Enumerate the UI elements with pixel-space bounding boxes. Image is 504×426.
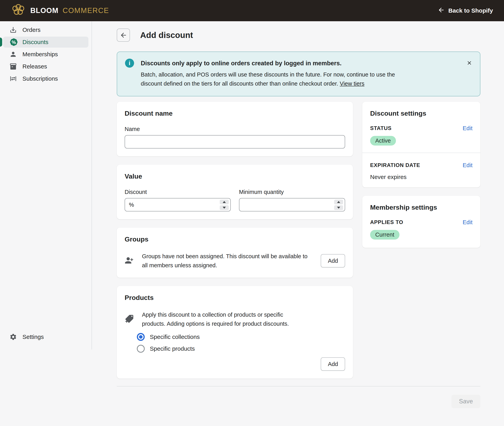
brand-name-light: COMMERCE <box>63 7 109 14</box>
expiration-edit-link[interactable]: Edit <box>463 162 473 169</box>
swap-arrows-icon <box>9 75 17 82</box>
applies-to-badge: Current <box>370 230 400 240</box>
sidebar-item-label: Releases <box>22 63 47 70</box>
discount-settings-title: Discount settings <box>370 110 473 117</box>
back-button[interactable] <box>117 28 130 42</box>
orders-tray-icon <box>9 26 17 34</box>
value-card: Value Discount Minimum quanti <box>117 165 353 219</box>
sidebar-item-subscriptions[interactable]: Subscriptions <box>3 73 88 84</box>
banner-title: Discounts only apply to online orders cr… <box>141 58 407 68</box>
sidebar-item-releases[interactable]: Releases <box>3 61 88 72</box>
sidebar-item-label: Settings <box>22 334 44 340</box>
products-description: Apply this discount to a collection of p… <box>142 310 298 328</box>
sidebar-item-settings[interactable]: Settings <box>3 331 88 342</box>
banner-body: Batch, allocation, and POS orders will u… <box>141 70 407 88</box>
sidebar-item-memberships[interactable]: Memberships <box>3 49 88 60</box>
back-to-shopify-label: Back to Shopify <box>448 7 493 14</box>
expiration-date-label: EXPIRATION DATE <box>370 162 420 168</box>
name-input[interactable] <box>125 135 345 149</box>
sidebar-item-discounts[interactable]: % Discounts <box>3 36 88 48</box>
radio-option-specific-collections[interactable]: Specific collections <box>137 333 345 341</box>
brand-name-bold: BLOOM <box>30 7 58 14</box>
active-accent-bar <box>0 38 2 47</box>
sidebar-nav: Orders % Discounts Memberships Releases <box>0 21 92 349</box>
top-bar: BLOOM COMMERCE Back to Shopify <box>0 0 504 21</box>
value-title: Value <box>125 172 345 180</box>
stepper-down-button[interactable] <box>220 205 229 210</box>
applies-to-label: APPLIES TO <box>370 219 403 225</box>
info-banner: i Discounts only apply to online orders … <box>117 51 480 96</box>
brand-name: BLOOM COMMERCE <box>30 7 109 15</box>
stepper-down-button[interactable] <box>334 205 343 210</box>
discount-label: Discount <box>125 189 231 195</box>
form-column: Discount name Name Value Discount <box>117 102 353 387</box>
status-badge: Active <box>370 136 396 146</box>
min-quantity-input[interactable] <box>239 198 345 211</box>
sidebar-item-orders[interactable]: Orders <box>3 24 88 36</box>
back-arrow-icon <box>438 7 445 15</box>
products-title: Products <box>125 294 345 301</box>
sidebar-item-label: Memberships <box>22 51 58 58</box>
stepper-up-button[interactable] <box>334 200 343 204</box>
status-label: STATUS <box>370 125 392 131</box>
page-title: Add discount <box>140 30 193 40</box>
radio-label: Specific products <box>150 345 195 352</box>
banner-close-icon[interactable] <box>465 59 473 67</box>
discount-name-title: Discount name <box>125 110 345 117</box>
min-quantity-label: Minimum quantity <box>239 189 345 195</box>
person-add-icon <box>125 256 134 266</box>
products-add-button[interactable]: Add <box>321 357 345 371</box>
main-content: Add discount i Discounts only apply to o… <box>92 21 504 426</box>
back-arrow-icon <box>120 31 127 39</box>
groups-card: Groups Groups have not been assigned. Th… <box>117 227 353 278</box>
back-to-shopify-link[interactable]: Back to Shopify <box>438 7 493 15</box>
gear-icon <box>9 333 17 341</box>
info-icon: i <box>125 59 134 68</box>
discount-input[interactable] <box>125 198 231 211</box>
save-button[interactable]: Save <box>452 395 480 408</box>
radio-label: Specific collections <box>150 334 200 340</box>
groups-description: Groups have not been assigned. This disc… <box>142 252 313 270</box>
page-header: Add discount <box>117 28 480 42</box>
expiration-value: Never expires <box>370 174 473 180</box>
stepper-up-button[interactable] <box>220 200 229 204</box>
status-edit-link[interactable]: Edit <box>463 125 473 132</box>
view-tiers-link[interactable]: View tiers <box>340 80 365 87</box>
groups-add-button[interactable]: Add <box>321 254 345 268</box>
settings-column: Discount settings STATUS Edit Active EXP… <box>362 102 480 256</box>
box-icon <box>9 63 17 70</box>
min-quantity-stepper <box>334 200 343 210</box>
radio-option-specific-products[interactable]: Specific products <box>137 345 345 353</box>
radio-button[interactable] <box>137 345 145 353</box>
applies-edit-link[interactable]: Edit <box>463 219 473 226</box>
tag-add-icon <box>125 314 134 324</box>
brand-logo: BLOOM COMMERCE <box>11 4 109 17</box>
person-icon <box>9 50 17 58</box>
bloom-logo-icon <box>11 4 26 17</box>
sidebar-item-label: Discounts <box>22 39 48 45</box>
products-card: Products Apply this discount to a collec… <box>117 286 353 379</box>
sidebar-item-label: Subscriptions <box>22 75 58 82</box>
groups-title: Groups <box>125 235 345 243</box>
radio-button[interactable] <box>137 333 145 341</box>
membership-settings-card: Membership settings APPLIES TO Edit Curr… <box>362 196 480 248</box>
banner-text: Discounts only apply to online orders cr… <box>141 58 407 88</box>
discount-stepper <box>220 200 229 210</box>
membership-settings-title: Membership settings <box>370 204 473 211</box>
discount-name-card: Discount name Name <box>117 102 353 156</box>
name-label: Name <box>125 126 345 132</box>
discount-settings-card: Discount settings STATUS Edit Active EXP… <box>362 102 480 187</box>
sidebar-item-label: Orders <box>22 27 41 33</box>
discount-badge-icon: % <box>9 38 17 46</box>
